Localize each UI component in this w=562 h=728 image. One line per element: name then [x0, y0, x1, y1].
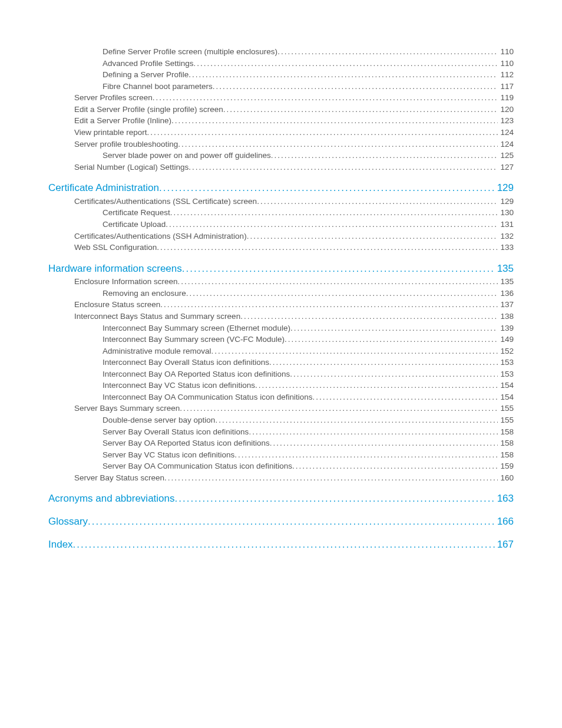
toc-entry[interactable]: Serial Number (Logical) Settings127: [48, 162, 514, 173]
toc-entry[interactable]: Server Bays Summary screen155: [48, 403, 514, 414]
toc-entry-page: 136: [498, 288, 514, 299]
toc-entry[interactable]: Server Bay OA Reported Status icon defin…: [48, 437, 514, 449]
table-of-contents: Define Server Profile screen (multiple e…: [48, 46, 514, 552]
toc-entry[interactable]: Certificate Upload131: [48, 219, 514, 230]
toc-entry[interactable]: Certificates/Authentications (SSL Certif…: [48, 196, 514, 207]
toc-entry-label: Fibre Channel boot parameters: [103, 81, 213, 93]
toc-entry[interactable]: Server Bay VC Status icon definitions158: [48, 449, 514, 461]
toc-entry-page: 125: [498, 150, 514, 162]
toc-entry-page: 139: [498, 322, 514, 334]
toc-leader-dots: [215, 414, 498, 426]
toc-entry-label: Server Profiles screen: [74, 92, 153, 104]
toc-leader-dots: [269, 357, 498, 368]
toc-entry[interactable]: Index167: [48, 538, 514, 552]
toc-entry-page: 132: [498, 230, 514, 242]
toc-entry-page: 163: [495, 492, 514, 506]
toc-entry-page: 135: [498, 276, 514, 288]
toc-entry[interactable]: Define Server Profile screen (multiple e…: [48, 46, 514, 58]
toc-leader-dots: [160, 299, 498, 311]
toc-entry-label: Defining a Server Profile: [103, 69, 189, 81]
toc-entry[interactable]: Double-dense server bay option155: [48, 414, 514, 426]
toc-entry-label: Server Bay Status screen: [74, 472, 164, 484]
toc-entry[interactable]: Server Profiles screen119: [48, 92, 514, 104]
toc-entry[interactable]: Fibre Channel boot parameters117: [48, 81, 514, 93]
toc-entry[interactable]: Edit a Server Profile (single profile) s…: [48, 104, 514, 116]
toc-entry-page: 153: [498, 368, 514, 380]
toc-entry-label: Interconnect Bay Overall Status icon def…: [103, 357, 269, 368]
toc-entry[interactable]: Certificates/Authentications (SSH Admini…: [48, 230, 514, 242]
toc-entry[interactable]: Administrative module removal152: [48, 345, 514, 357]
toc-entry-label: Certificate Administration: [48, 181, 159, 196]
toc-leader-dots: [189, 162, 498, 173]
toc-entry[interactable]: Server Bay Status screen160: [48, 472, 514, 484]
toc-entry-page: 155: [498, 403, 514, 414]
toc-leader-dots: [153, 92, 498, 104]
toc-entry[interactable]: Interconnect Bay OA Communication Status…: [48, 391, 514, 403]
toc-entry[interactable]: Server blade power on and power off guid…: [48, 150, 514, 162]
toc-leader-dots: [194, 58, 498, 70]
toc-entry-label: Administrative module removal: [103, 345, 211, 357]
toc-leader-dots: [170, 207, 498, 219]
toc-entry-page: 112: [498, 69, 514, 81]
toc-entry[interactable]: Server Bay OA Communication Status icon …: [48, 460, 514, 472]
toc-entry-label: Interconnect Bay OA Reported Status icon…: [103, 368, 290, 380]
toc-entry[interactable]: Interconnect Bay VC Status icon definiti…: [48, 380, 514, 391]
toc-entry[interactable]: Removing an enclosure136: [48, 288, 514, 299]
toc-entry-page: 120: [498, 104, 514, 116]
toc-entry[interactable]: Acronyms and abbreviations163: [48, 492, 514, 506]
toc-entry[interactable]: Interconnect Bay OA Reported Status icon…: [48, 368, 514, 380]
toc-entry[interactable]: Server profile troubleshooting124: [48, 139, 514, 150]
toc-entry-label: Server Bay Overall Status icon definitio…: [103, 426, 249, 438]
toc-entry-label: Edit a Server Profile (Inline): [74, 115, 171, 127]
toc-entry[interactable]: Web SSL Configuration133: [48, 242, 514, 253]
toc-entry-label: Certificate Request: [103, 207, 170, 219]
toc-entry-label: Interconnect Bay OA Communication Status…: [103, 391, 312, 403]
toc-leader-dots: [290, 368, 498, 380]
toc-leader-dots: [255, 380, 498, 391]
toc-entry-label: Certificate Upload: [103, 219, 166, 230]
toc-entry-label: Web SSL Configuration: [74, 242, 157, 253]
toc-entry-page: 123: [498, 115, 514, 127]
toc-entry[interactable]: Interconnect Bays Status and Summary scr…: [48, 311, 514, 322]
toc-entry-page: 160: [498, 472, 514, 484]
toc-entry-label: Certificates/Authentications (SSL Certif…: [74, 196, 257, 207]
toc-leader-dots: [290, 322, 498, 334]
toc-entry-page: 117: [498, 81, 514, 93]
toc-leader-dots: [270, 437, 498, 449]
toc-entry[interactable]: Hardware information screens135: [48, 262, 514, 276]
toc-entry-label: Enclosure Status screen: [74, 299, 160, 311]
toc-leader-dots: [247, 230, 498, 242]
toc-entry[interactable]: Enclosure Information screen135: [48, 276, 514, 288]
toc-entry-label: Define Server Profile screen (multiple e…: [103, 46, 277, 58]
toc-entry-label: Server Bay VC Status icon definitions: [103, 449, 234, 461]
toc-entry[interactable]: Interconnect Bay Summary screen (Etherne…: [48, 322, 514, 334]
toc-entry[interactable]: Interconnect Bay Overall Status icon def…: [48, 357, 514, 368]
toc-page: Define Server Profile screen (multiple e…: [0, 0, 562, 552]
toc-entry[interactable]: Server Bay Overall Status icon definitio…: [48, 426, 514, 438]
toc-entry-page: 155: [498, 414, 514, 426]
toc-entry-page: 154: [498, 391, 514, 403]
toc-entry[interactable]: Glossary166: [48, 515, 514, 529]
toc-entry-page: 167: [495, 538, 514, 552]
toc-leader-dots: [211, 345, 498, 357]
toc-entry-page: 119: [498, 92, 514, 104]
toc-entry-label: Interconnect Bay VC Status icon definiti…: [103, 380, 255, 391]
toc-entry[interactable]: Certificate Administration129: [48, 181, 514, 196]
toc-entry-page: 131: [498, 219, 514, 230]
toc-entry[interactable]: Interconnect Bay Summary screen (VC-FC M…: [48, 334, 514, 345]
toc-entry-page: 133: [498, 242, 514, 253]
toc-leader-dots: [249, 426, 498, 438]
toc-entry[interactable]: View printable report124: [48, 127, 514, 139]
toc-entry[interactable]: Edit a Server Profile (Inline)123: [48, 115, 514, 127]
toc-leader-dots: [277, 46, 498, 58]
toc-entry[interactable]: Defining a Server Profile112: [48, 69, 514, 81]
toc-entry[interactable]: Certificate Request130: [48, 207, 514, 219]
toc-leader-dots: [312, 391, 498, 403]
toc-entry-label: Server Bay OA Reported Status icon defin…: [103, 437, 270, 449]
toc-entry-label: Certificates/Authentications (SSH Admini…: [74, 230, 247, 242]
toc-entry[interactable]: Enclosure Status screen137: [48, 299, 514, 311]
toc-leader-dots: [234, 449, 498, 461]
toc-entry-page: 110: [498, 46, 514, 58]
toc-entry-label: Hardware information screens: [48, 262, 182, 276]
toc-entry[interactable]: Advanced Profile Settings110: [48, 58, 514, 70]
